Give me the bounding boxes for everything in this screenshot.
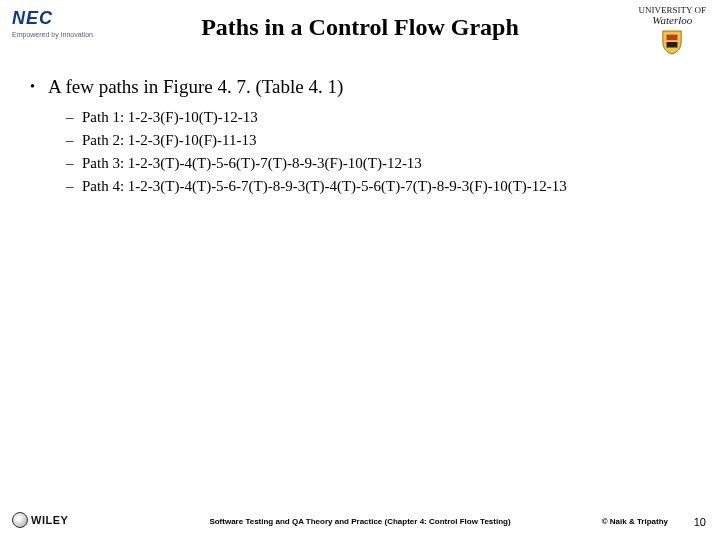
svg-rect-0	[667, 35, 678, 41]
page-number: 10	[694, 516, 706, 528]
dash-icon: –	[66, 108, 82, 127]
waterloo-logo: UNIVERSITY OF Waterloo	[639, 6, 706, 55]
waterloo-text-bottom: Waterloo	[652, 15, 692, 27]
footer-copyright-text: © Naik & Tripathy	[602, 517, 668, 526]
path-text: Path 3: 1-2-3(T)-4(T)-5-6(T)-7(T)-8-9-3(…	[82, 154, 422, 173]
slide-footer: WILEY Software Testing and QA Theory and…	[0, 504, 720, 532]
slide-title: Paths in a Control Flow Graph	[0, 14, 720, 41]
bullet-main-row: • A few paths in Figure 4. 7. (Table 4. …	[30, 76, 690, 98]
list-item: – Path 2: 1-2-3(F)-10(F)-11-13	[66, 131, 690, 150]
svg-rect-1	[667, 42, 678, 48]
wiley-logo: WILEY	[12, 512, 68, 528]
bullet-main-text: A few paths in Figure 4. 7. (Table 4. 1)	[48, 76, 343, 98]
footer-center-text: Software Testing and QA Theory and Pract…	[209, 517, 510, 526]
path-text: Path 2: 1-2-3(F)-10(F)-11-13	[82, 131, 256, 150]
dash-icon: –	[66, 177, 82, 196]
list-item: – Path 3: 1-2-3(T)-4(T)-5-6(T)-7(T)-8-9-…	[66, 154, 690, 173]
path-sublist: – Path 1: 1-2-3(F)-10(T)-12-13 – Path 2:…	[66, 108, 690, 196]
list-item: – Path 1: 1-2-3(F)-10(T)-12-13	[66, 108, 690, 127]
wiley-text: WILEY	[31, 514, 68, 526]
slide-header: NEC Empowered by Innovation Paths in a C…	[0, 0, 720, 60]
wiley-globe-icon	[12, 512, 28, 528]
slide-content: • A few paths in Figure 4. 7. (Table 4. …	[0, 60, 720, 196]
crest-icon	[661, 29, 683, 55]
dash-icon: –	[66, 154, 82, 173]
bullet-dot-icon: •	[30, 76, 48, 98]
path-text: Path 4: 1-2-3(T)-4(T)-5-6-7(T)-8-9-3(T)-…	[82, 177, 567, 196]
dash-icon: –	[66, 131, 82, 150]
list-item: – Path 4: 1-2-3(T)-4(T)-5-6-7(T)-8-9-3(T…	[66, 177, 690, 196]
path-text: Path 1: 1-2-3(F)-10(T)-12-13	[82, 108, 258, 127]
